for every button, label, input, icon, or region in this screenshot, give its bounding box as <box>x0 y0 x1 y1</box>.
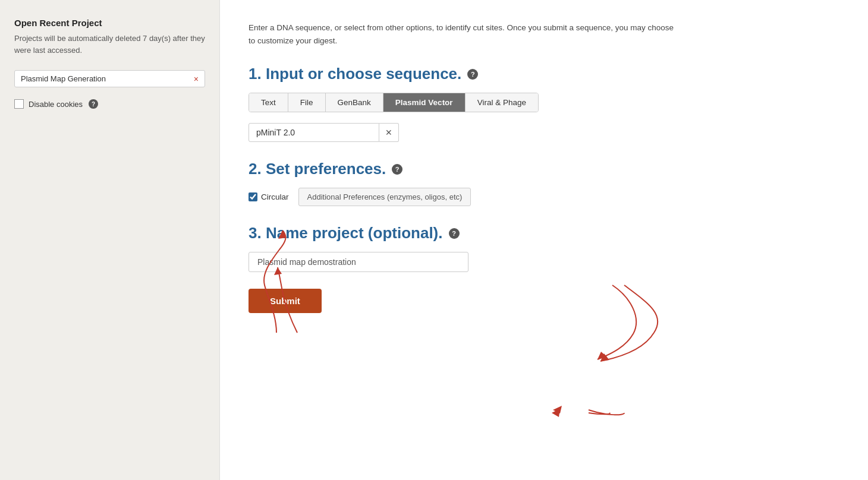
plasmid-search-input[interactable] <box>249 123 379 142</box>
section2-heading-text: 2. Set preferences. <box>249 160 386 178</box>
disable-cookies-checkbox[interactable] <box>14 99 24 109</box>
sidebar-description: Projects will be automatically deleted 7… <box>14 33 205 56</box>
additional-preferences-button[interactable]: Additional Preferences (enzymes, oligos,… <box>298 188 471 206</box>
sidebar: Open Recent Project Projects will be aut… <box>0 0 220 480</box>
section1: 1. Input or choose sequence. ? Text File… <box>249 65 839 142</box>
circular-label-text: Circular <box>261 192 289 201</box>
tab-file[interactable]: File <box>288 93 326 112</box>
sidebar-title: Open Recent Project <box>14 18 205 28</box>
section1-heading-text: 1. Input or choose sequence. <box>249 65 461 83</box>
circular-checkbox[interactable] <box>249 192 257 201</box>
recent-project-name: Plasmid Map Generation <box>21 74 106 83</box>
section2-heading: 2. Set preferences. ? <box>249 160 839 178</box>
tab-viral-phage[interactable]: Viral & Phage <box>466 93 538 112</box>
tab-text[interactable]: Text <box>249 93 288 112</box>
section3-help-icon[interactable]: ? <box>449 228 460 239</box>
plasmid-search-row: ✕ <box>249 123 839 142</box>
project-name-input[interactable] <box>249 252 468 272</box>
section3-heading: 3. Name project (optional). ? <box>249 224 839 242</box>
section2: 2. Set preferences. ? Circular Additiona… <box>249 160 839 206</box>
main-content: Enter a DNA sequence, or select from oth… <box>220 0 868 480</box>
cookies-help-icon[interactable]: ? <box>89 99 98 109</box>
search-clear-button[interactable]: ✕ <box>379 123 399 142</box>
section3-heading-text: 3. Name project (optional). <box>249 224 443 242</box>
section3: 3. Name project (optional). ? <box>249 224 839 272</box>
intro-text: Enter a DNA sequence, or select from oth… <box>249 21 677 47</box>
project-close-button[interactable]: × <box>194 75 199 83</box>
section1-heading: 1. Input or choose sequence. ? <box>249 65 839 83</box>
cookies-label: Disable cookies <box>29 100 83 109</box>
preferences-row: Circular Additional Preferences (enzymes… <box>249 188 839 206</box>
section2-help-icon[interactable]: ? <box>392 164 402 175</box>
circular-label[interactable]: Circular <box>249 192 289 201</box>
tab-genbank[interactable]: GenBank <box>326 93 383 112</box>
section1-help-icon[interactable]: ? <box>467 69 478 80</box>
sequence-tabs: Text File GenBank Plasmid Vector Viral &… <box>249 93 539 112</box>
cookies-row: Disable cookies ? <box>14 99 205 109</box>
svg-marker-1 <box>600 353 609 361</box>
submit-button[interactable]: Submit <box>249 289 322 313</box>
recent-project-row: Plasmid Map Generation × <box>14 70 205 87</box>
tab-plasmid-vector[interactable]: Plasmid Vector <box>383 93 466 112</box>
svg-marker-2 <box>553 406 562 413</box>
